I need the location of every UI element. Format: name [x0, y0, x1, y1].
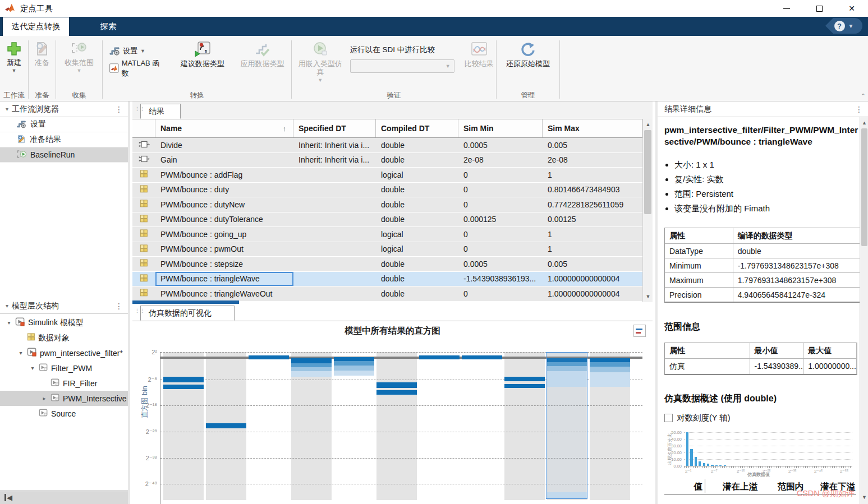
name-cell: PWM/bounce : dutyTolerance [155, 212, 293, 227]
tree-item-Filter_PWM[interactable]: ▾Filter_PWM [0, 360, 128, 376]
specified-dt-cell [293, 227, 376, 242]
left-sidebar: ▾ 工作流浏览器 ⋮ 设置准备结果BaselineRun ▾ 模型层次结构 ⋮ … [0, 101, 130, 504]
histogram-column-1[interactable] [163, 352, 204, 500]
tab-results[interactable]: ⋮⋮ 结果 [140, 104, 181, 119]
ribbon-collapse-icon[interactable]: ⌃ [861, 93, 866, 100]
compare-results-button[interactable]: 比较结果 [462, 36, 496, 68]
scroll-down-icon[interactable]: ▼ [860, 493, 868, 502]
tree-item-Source[interactable]: Source [0, 406, 128, 421]
tree-item--[interactable]: 数据对象 [0, 330, 128, 345]
log-scale-checkbox[interactable]: 对数刻度(Y 轴) [664, 413, 731, 423]
block-icon [139, 155, 150, 164]
collapse-icon[interactable]: ▾ [6, 106, 8, 112]
workflow-item-BaselineRun[interactable]: BaselineRun [0, 147, 128, 163]
sdi-run-combobox[interactable]: ▼ [350, 59, 454, 73]
expand-icon[interactable]: ▸ [41, 395, 48, 401]
kebab-menu-icon[interactable]: ⋮ [115, 105, 123, 114]
scroll-up-icon[interactable]: ▲ [643, 120, 653, 129]
titlebar: 定点工具 ✕ [0, 0, 868, 17]
settings-button[interactable]: 设置 ▼ [107, 44, 166, 58]
mini-bar [690, 449, 692, 466]
table-row[interactable]: DivideInherit: Inherit via i...double0.0… [132, 138, 642, 153]
scroll-down-icon[interactable]: ▼ [643, 292, 653, 301]
scroll-up-icon[interactable]: ▲ [860, 118, 868, 127]
simulate-embedded-button[interactable]: 用嵌入类型仿真 ▼ [297, 36, 343, 82]
table-row[interactable]: GainInherit: Inherit via i...double2e-08… [132, 153, 642, 168]
tree-item-PWM_Intersective[interactable]: ▸PWM_Intersective [0, 391, 128, 406]
help-button[interactable]: ? ▼ [825, 18, 862, 34]
results-vertical-scrollbar[interactable]: ▲ ▼ [642, 119, 653, 302]
result-details-panel: 结果详细信息 ⋮ pwm_intersective_filter/Filter_… [655, 101, 868, 504]
new-plus-icon [6, 41, 22, 57]
results-horizontal-scrollbar[interactable] [132, 300, 239, 304]
histogram-band [291, 367, 332, 371]
prepare-button[interactable]: 准备 [34, 36, 50, 67]
histogram-column-3[interactable] [249, 352, 289, 500]
window-controls: ✕ [770, 0, 868, 17]
column-header-Compiled-DT[interactable]: Compiled DT [376, 119, 458, 137]
tree-item-Simulink-[interactable]: ▾Simulink 根模型 [0, 315, 128, 330]
workflow-item-label: 准备结果 [30, 135, 61, 145]
minimize-button[interactable] [770, 0, 803, 17]
tab-visualization[interactable]: ⋮⋮ 仿真数据的可视化 [140, 306, 235, 321]
collapse-icon[interactable]: ▾ [6, 320, 12, 326]
tab-explore[interactable]: 探索 [90, 17, 127, 36]
panel-drag-handle[interactable]: ⋮⋮ [135, 309, 145, 312]
maximize-button[interactable] [803, 0, 835, 17]
kebab-menu-icon[interactable]: ⋮ [115, 302, 123, 311]
close-button[interactable]: ✕ [835, 0, 868, 17]
histogram-column-6[interactable] [376, 352, 417, 500]
collapse-icon[interactable]: ▾ [17, 350, 24, 356]
table-row[interactable]: PWM/bounce : stepsizedouble0.00050.005 [132, 257, 642, 272]
tree-item-pwm_intersective_filter-[interactable]: ▾pwm_intersective_filter* [0, 345, 128, 360]
histogram-column-8[interactable] [462, 352, 502, 500]
new-button[interactable]: 新建 ▼ [6, 36, 22, 73]
sim-max-cell: 0.00125 [543, 212, 642, 227]
tree-item-FIR_Filter[interactable]: FIR_Filter [0, 376, 128, 391]
collapse-icon[interactable]: ▾ [29, 365, 36, 371]
tab-iterative-conversion[interactable]: 迭代定点转换 [2, 17, 70, 36]
column-header-Specified-DT[interactable]: Specified DT [293, 119, 376, 137]
detail-table-row: Minimum-1.7976931348623157e+308 [665, 258, 860, 273]
table-row[interactable]: PWM/bounce : triangleWaveOutdouble01.000… [132, 286, 642, 302]
row-icon-cell [132, 286, 155, 301]
table-row[interactable]: PWM/bounce : dutydouble00.80146647348490… [132, 183, 642, 198]
scrollbar-thumb[interactable] [861, 128, 867, 246]
tab-label: 探索 [100, 21, 117, 32]
histogram-column-7[interactable] [419, 352, 460, 500]
table-row[interactable]: PWM/bounce : addFlaglogical01 [132, 168, 642, 183]
restore-model-button[interactable]: 还原原始模型 [506, 36, 550, 68]
table-row[interactable]: PWM/bounce : pwmOutlogical01 [132, 242, 642, 257]
column-header-Sim-Min[interactable]: Sim Min [458, 119, 543, 137]
table-row[interactable]: PWM/bounce : dutyNewdouble00.77422818256… [132, 197, 642, 212]
propose-datatypes-button[interactable]: fi 建议数据类型 [173, 36, 231, 68]
workflow-item-设置[interactable]: 设置 [0, 117, 128, 132]
name-cell: PWM/bounce : duty [155, 183, 293, 197]
name-cell: PWM/bounce : triangleWaveOut [155, 286, 293, 301]
collapse-icon[interactable]: ▾ [6, 303, 8, 309]
skip-to-start-button[interactable]: ◀ [4, 494, 12, 501]
column-header-Name[interactable]: Name↑ [155, 119, 293, 137]
histogram-band [163, 385, 204, 389]
kebab-menu-icon[interactable]: ⋮ [855, 105, 864, 114]
footer-header-0: 值 [681, 481, 715, 493]
table-row[interactable]: PWM/bounce : dutyTolerancedouble0.000125… [132, 212, 642, 228]
legend-toggle-button[interactable] [633, 325, 646, 337]
matlab-function-button[interactable]: MATLAB 函数 [107, 61, 166, 75]
table-row[interactable]: PWM/bounce : triangleWavedouble-1.543903… [132, 272, 642, 287]
details-vertical-scrollbar[interactable]: ▲ ▼ [860, 117, 868, 504]
histogram-column-9[interactable] [504, 352, 545, 500]
panel-drag-handle[interactable]: ⋮⋮ [135, 108, 145, 110]
scrollbar-thumb[interactable] [644, 130, 651, 214]
chevron-down-icon: ▼ [446, 63, 451, 69]
sim-max-cell: 1 [543, 168, 642, 182]
table-row[interactable]: PWM/bounce : going_uplogical01 [132, 227, 642, 242]
column-header-Sim-Max[interactable]: Sim Max [543, 119, 642, 137]
workflow-item-准备结果[interactable]: 准备结果 [0, 132, 128, 147]
group-verify: 用嵌入类型仿真 ▼ 运行以在 SDI 中进行比较 ▼ 比较结果 验证 [292, 36, 496, 101]
collect-range-button[interactable]: 收集范围 ▼ [65, 36, 94, 73]
apply-datatypes-button[interactable]: 应用数据类型 [233, 36, 291, 68]
model-hierarchy-tree: ▾Simulink 根模型数据对象▾pwm_intersective_filte… [0, 315, 128, 421]
compiled-dt-cell: double [376, 286, 458, 301]
detail-cell: Maximum [665, 273, 733, 287]
